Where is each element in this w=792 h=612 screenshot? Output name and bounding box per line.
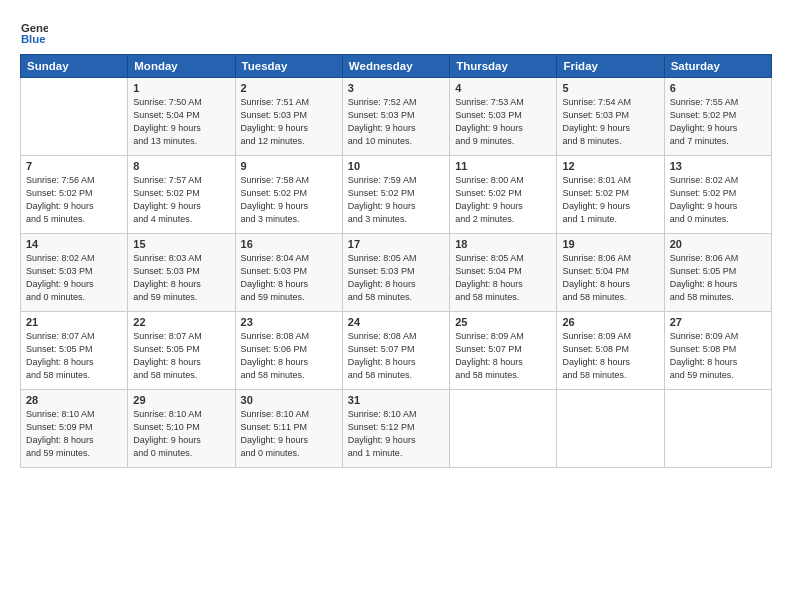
weekday-header-sunday: Sunday	[21, 55, 128, 78]
day-info: Sunrise: 7:58 AM Sunset: 5:02 PM Dayligh…	[241, 174, 337, 226]
calendar-table: SundayMondayTuesdayWednesdayThursdayFrid…	[20, 54, 772, 468]
day-info: Sunrise: 7:53 AM Sunset: 5:03 PM Dayligh…	[455, 96, 551, 148]
calendar-cell: 28Sunrise: 8:10 AM Sunset: 5:09 PM Dayli…	[21, 390, 128, 468]
day-info: Sunrise: 8:02 AM Sunset: 5:03 PM Dayligh…	[26, 252, 122, 304]
day-number: 6	[670, 82, 766, 94]
calendar-cell	[557, 390, 664, 468]
header: General Blue	[20, 18, 772, 46]
calendar-cell: 30Sunrise: 8:10 AM Sunset: 5:11 PM Dayli…	[235, 390, 342, 468]
calendar-cell: 22Sunrise: 8:07 AM Sunset: 5:05 PM Dayli…	[128, 312, 235, 390]
weekday-header-tuesday: Tuesday	[235, 55, 342, 78]
day-info: Sunrise: 7:54 AM Sunset: 5:03 PM Dayligh…	[562, 96, 658, 148]
day-number: 8	[133, 160, 229, 172]
calendar-page: General Blue SundayMondayTuesdayWednesda…	[0, 0, 792, 612]
calendar-cell: 2Sunrise: 7:51 AM Sunset: 5:03 PM Daylig…	[235, 78, 342, 156]
day-info: Sunrise: 7:50 AM Sunset: 5:04 PM Dayligh…	[133, 96, 229, 148]
svg-text:Blue: Blue	[21, 33, 46, 45]
calendar-cell: 10Sunrise: 7:59 AM Sunset: 5:02 PM Dayli…	[342, 156, 449, 234]
calendar-cell: 17Sunrise: 8:05 AM Sunset: 5:03 PM Dayli…	[342, 234, 449, 312]
day-number: 3	[348, 82, 444, 94]
day-info: Sunrise: 8:10 AM Sunset: 5:11 PM Dayligh…	[241, 408, 337, 460]
calendar-cell: 13Sunrise: 8:02 AM Sunset: 5:02 PM Dayli…	[664, 156, 771, 234]
weekday-header-wednesday: Wednesday	[342, 55, 449, 78]
week-row-1: 1Sunrise: 7:50 AM Sunset: 5:04 PM Daylig…	[21, 78, 772, 156]
day-number: 26	[562, 316, 658, 328]
calendar-cell: 4Sunrise: 7:53 AM Sunset: 5:03 PM Daylig…	[450, 78, 557, 156]
day-info: Sunrise: 8:10 AM Sunset: 5:10 PM Dayligh…	[133, 408, 229, 460]
weekday-header-friday: Friday	[557, 55, 664, 78]
day-number: 17	[348, 238, 444, 250]
weekday-header-row: SundayMondayTuesdayWednesdayThursdayFrid…	[21, 55, 772, 78]
calendar-cell: 27Sunrise: 8:09 AM Sunset: 5:08 PM Dayli…	[664, 312, 771, 390]
calendar-cell: 26Sunrise: 8:09 AM Sunset: 5:08 PM Dayli…	[557, 312, 664, 390]
day-info: Sunrise: 8:06 AM Sunset: 5:05 PM Dayligh…	[670, 252, 766, 304]
day-number: 21	[26, 316, 122, 328]
day-number: 11	[455, 160, 551, 172]
week-row-2: 7Sunrise: 7:56 AM Sunset: 5:02 PM Daylig…	[21, 156, 772, 234]
day-number: 14	[26, 238, 122, 250]
calendar-cell	[450, 390, 557, 468]
calendar-cell: 15Sunrise: 8:03 AM Sunset: 5:03 PM Dayli…	[128, 234, 235, 312]
day-number: 13	[670, 160, 766, 172]
day-info: Sunrise: 7:57 AM Sunset: 5:02 PM Dayligh…	[133, 174, 229, 226]
day-info: Sunrise: 8:09 AM Sunset: 5:07 PM Dayligh…	[455, 330, 551, 382]
day-number: 27	[670, 316, 766, 328]
day-number: 30	[241, 394, 337, 406]
calendar-cell: 5Sunrise: 7:54 AM Sunset: 5:03 PM Daylig…	[557, 78, 664, 156]
day-info: Sunrise: 7:52 AM Sunset: 5:03 PM Dayligh…	[348, 96, 444, 148]
calendar-cell	[664, 390, 771, 468]
calendar-cell	[21, 78, 128, 156]
calendar-cell: 31Sunrise: 8:10 AM Sunset: 5:12 PM Dayli…	[342, 390, 449, 468]
calendar-cell: 16Sunrise: 8:04 AM Sunset: 5:03 PM Dayli…	[235, 234, 342, 312]
day-info: Sunrise: 8:02 AM Sunset: 5:02 PM Dayligh…	[670, 174, 766, 226]
day-number: 7	[26, 160, 122, 172]
day-info: Sunrise: 8:08 AM Sunset: 5:06 PM Dayligh…	[241, 330, 337, 382]
day-number: 9	[241, 160, 337, 172]
day-number: 19	[562, 238, 658, 250]
calendar-cell: 11Sunrise: 8:00 AM Sunset: 5:02 PM Dayli…	[450, 156, 557, 234]
day-number: 10	[348, 160, 444, 172]
day-info: Sunrise: 8:09 AM Sunset: 5:08 PM Dayligh…	[562, 330, 658, 382]
day-info: Sunrise: 8:05 AM Sunset: 5:03 PM Dayligh…	[348, 252, 444, 304]
calendar-cell: 1Sunrise: 7:50 AM Sunset: 5:04 PM Daylig…	[128, 78, 235, 156]
calendar-cell: 6Sunrise: 7:55 AM Sunset: 5:02 PM Daylig…	[664, 78, 771, 156]
day-number: 29	[133, 394, 229, 406]
day-info: Sunrise: 7:51 AM Sunset: 5:03 PM Dayligh…	[241, 96, 337, 148]
day-info: Sunrise: 8:09 AM Sunset: 5:08 PM Dayligh…	[670, 330, 766, 382]
day-info: Sunrise: 8:00 AM Sunset: 5:02 PM Dayligh…	[455, 174, 551, 226]
day-info: Sunrise: 8:06 AM Sunset: 5:04 PM Dayligh…	[562, 252, 658, 304]
calendar-cell: 9Sunrise: 7:58 AM Sunset: 5:02 PM Daylig…	[235, 156, 342, 234]
calendar-cell: 23Sunrise: 8:08 AM Sunset: 5:06 PM Dayli…	[235, 312, 342, 390]
logo: General Blue	[20, 18, 54, 46]
calendar-cell: 12Sunrise: 8:01 AM Sunset: 5:02 PM Dayli…	[557, 156, 664, 234]
day-number: 5	[562, 82, 658, 94]
day-info: Sunrise: 8:07 AM Sunset: 5:05 PM Dayligh…	[26, 330, 122, 382]
calendar-cell: 18Sunrise: 8:05 AM Sunset: 5:04 PM Dayli…	[450, 234, 557, 312]
day-info: Sunrise: 7:56 AM Sunset: 5:02 PM Dayligh…	[26, 174, 122, 226]
week-row-3: 14Sunrise: 8:02 AM Sunset: 5:03 PM Dayli…	[21, 234, 772, 312]
calendar-cell: 7Sunrise: 7:56 AM Sunset: 5:02 PM Daylig…	[21, 156, 128, 234]
calendar-cell: 25Sunrise: 8:09 AM Sunset: 5:07 PM Dayli…	[450, 312, 557, 390]
day-number: 25	[455, 316, 551, 328]
calendar-cell: 3Sunrise: 7:52 AM Sunset: 5:03 PM Daylig…	[342, 78, 449, 156]
day-info: Sunrise: 8:05 AM Sunset: 5:04 PM Dayligh…	[455, 252, 551, 304]
day-number: 15	[133, 238, 229, 250]
day-number: 28	[26, 394, 122, 406]
day-number: 24	[348, 316, 444, 328]
calendar-cell: 20Sunrise: 8:06 AM Sunset: 5:05 PM Dayli…	[664, 234, 771, 312]
day-number: 31	[348, 394, 444, 406]
day-number: 2	[241, 82, 337, 94]
weekday-header-saturday: Saturday	[664, 55, 771, 78]
calendar-cell: 8Sunrise: 7:57 AM Sunset: 5:02 PM Daylig…	[128, 156, 235, 234]
day-info: Sunrise: 7:59 AM Sunset: 5:02 PM Dayligh…	[348, 174, 444, 226]
day-number: 18	[455, 238, 551, 250]
day-info: Sunrise: 8:10 AM Sunset: 5:09 PM Dayligh…	[26, 408, 122, 460]
day-number: 12	[562, 160, 658, 172]
day-number: 23	[241, 316, 337, 328]
calendar-cell: 29Sunrise: 8:10 AM Sunset: 5:10 PM Dayli…	[128, 390, 235, 468]
day-info: Sunrise: 7:55 AM Sunset: 5:02 PM Dayligh…	[670, 96, 766, 148]
day-number: 1	[133, 82, 229, 94]
logo-icon: General Blue	[20, 18, 48, 46]
day-info: Sunrise: 8:07 AM Sunset: 5:05 PM Dayligh…	[133, 330, 229, 382]
day-number: 16	[241, 238, 337, 250]
